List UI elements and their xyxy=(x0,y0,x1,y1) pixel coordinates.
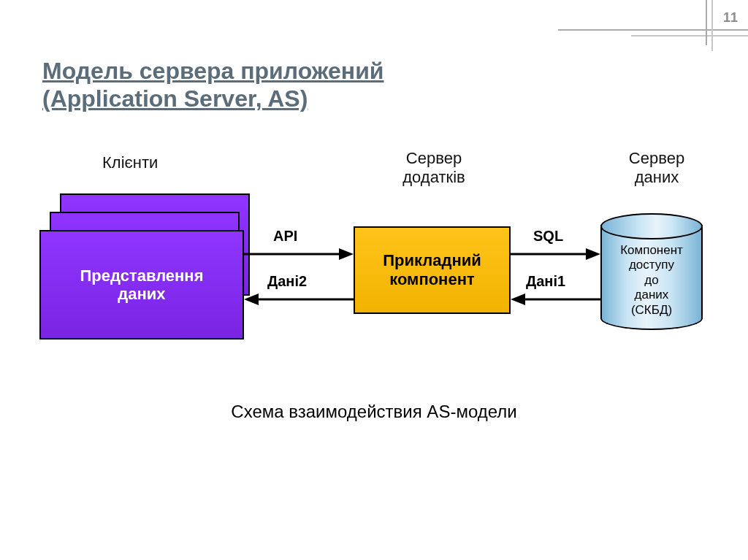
application-component-text: Прикладний компонент xyxy=(383,251,481,290)
client-stack: Представлення даних xyxy=(39,193,259,340)
as-model-diagram: Клієнти Сервер додатків Сервер даних Пре… xyxy=(39,153,709,372)
arrow-label-data2: Дані2 xyxy=(267,273,307,290)
slide: 11 Модель сервера приложений (Applicatio… xyxy=(0,0,748,560)
arrow-label-api: API xyxy=(273,228,297,245)
diagram-caption: Схема взаимодействия AS-модели xyxy=(0,402,748,422)
title-line-1: Модель сервера приложений xyxy=(42,58,384,84)
svg-marker-3 xyxy=(244,294,259,305)
arrow-sql xyxy=(511,247,600,261)
theme-corner-decoration xyxy=(558,0,748,51)
label-app-server: Сервер додатків xyxy=(365,149,503,187)
arrow-label-sql: SQL xyxy=(533,228,563,245)
svg-marker-5 xyxy=(586,248,600,260)
svg-marker-7 xyxy=(511,294,525,305)
arrow-data1 xyxy=(511,292,600,307)
arrow-api xyxy=(244,247,354,261)
title-line-2: (Application Server, AS) xyxy=(42,85,308,112)
database-cylinder-text: Компонент доступу до даних (СКБД) xyxy=(620,243,683,318)
arrow-data2 xyxy=(244,292,354,307)
client-box-front: Представлення даних xyxy=(39,230,244,340)
database-cylinder: Компонент доступу до даних (СКБД) xyxy=(600,213,703,330)
page-number: 11 xyxy=(723,10,738,26)
label-clients: Клієнти xyxy=(102,153,158,172)
arrow-label-data1: Дані1 xyxy=(526,273,565,290)
label-data-server: Сервер даних xyxy=(617,149,697,187)
application-component-box: Прикладний компонент xyxy=(354,226,511,314)
slide-title: Модель сервера приложений (Application S… xyxy=(42,57,704,113)
client-box-text: Представлення даних xyxy=(80,266,204,304)
svg-marker-1 xyxy=(339,248,354,260)
